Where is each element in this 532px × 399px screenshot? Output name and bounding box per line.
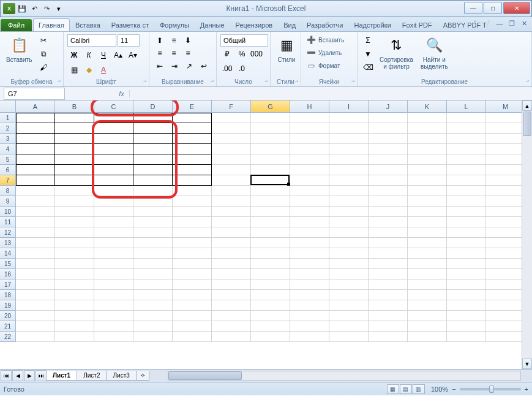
cell-M6[interactable] xyxy=(486,165,525,175)
cell-M10[interactable] xyxy=(486,207,525,217)
col-header-M[interactable]: M xyxy=(486,101,525,113)
cell-J19[interactable] xyxy=(369,300,408,311)
cell-L18[interactable] xyxy=(447,290,486,300)
cell-K10[interactable] xyxy=(408,207,447,217)
cell-B2[interactable] xyxy=(55,123,94,134)
cell-M21[interactable] xyxy=(486,321,525,332)
cell-L10[interactable] xyxy=(447,207,486,217)
cell-E17[interactable] xyxy=(173,279,212,290)
cell-F21[interactable] xyxy=(212,321,251,332)
cell-C6[interactable] xyxy=(94,165,133,175)
qat-more-icon[interactable]: ▾ xyxy=(53,3,64,14)
cell-I5[interactable] xyxy=(329,154,369,165)
tab-addins[interactable]: Надстройки xyxy=(348,18,396,31)
cut-button[interactable]: ✂ xyxy=(37,34,50,47)
cell-G13[interactable] xyxy=(251,238,290,248)
cell-I11[interactable] xyxy=(329,217,369,227)
cell-J8[interactable] xyxy=(369,186,408,196)
cell-C22[interactable] xyxy=(94,332,133,342)
col-header-D[interactable]: D xyxy=(133,101,173,113)
save-icon[interactable]: 💾 xyxy=(17,3,28,14)
cell-D14[interactable] xyxy=(133,248,173,259)
cell-H13[interactable] xyxy=(290,238,329,248)
cell-C18[interactable] xyxy=(94,290,133,300)
fx-button[interactable]: fx xyxy=(114,90,130,97)
col-header-H[interactable]: H xyxy=(290,101,329,113)
col-header-G[interactable]: G xyxy=(251,101,290,113)
cell-L16[interactable] xyxy=(447,269,486,279)
cell-C1[interactable] xyxy=(94,113,133,123)
cell-J16[interactable] xyxy=(369,269,408,279)
cell-K7[interactable] xyxy=(408,175,447,186)
row-header-14[interactable]: 14 xyxy=(0,248,16,259)
cell-A4[interactable] xyxy=(16,144,55,154)
cell-D13[interactable] xyxy=(133,238,173,248)
cell-G18[interactable] xyxy=(251,290,290,300)
cell-F12[interactable] xyxy=(212,227,251,238)
cell-D3[interactable] xyxy=(133,134,173,144)
fill-color-button[interactable]: ◆ xyxy=(82,64,96,76)
border-button[interactable]: ▦ xyxy=(67,64,81,76)
cell-B16[interactable] xyxy=(55,269,94,279)
cell-E19[interactable] xyxy=(173,300,212,311)
cell-E21[interactable] xyxy=(173,321,212,332)
cell-J5[interactable] xyxy=(369,154,408,165)
increase-decimal-button[interactable]: .00 xyxy=(220,63,234,75)
cell-H16[interactable] xyxy=(290,269,329,279)
cell-J9[interactable] xyxy=(369,196,408,207)
increase-indent-button[interactable]: ⇥ xyxy=(168,60,181,72)
cell-H12[interactable] xyxy=(290,227,329,238)
cell-I4[interactable] xyxy=(329,144,369,154)
cell-B9[interactable] xyxy=(55,196,94,207)
cell-D18[interactable] xyxy=(133,290,173,300)
cell-K1[interactable] xyxy=(408,113,447,123)
cell-L20[interactable] xyxy=(447,311,486,321)
cell-L12[interactable] xyxy=(447,227,486,238)
cell-C16[interactable] xyxy=(94,269,133,279)
col-header-J[interactable]: J xyxy=(369,101,408,113)
cell-E10[interactable] xyxy=(173,207,212,217)
cell-L5[interactable] xyxy=(447,154,486,165)
cell-K22[interactable] xyxy=(408,332,447,342)
cell-D21[interactable] xyxy=(133,321,173,332)
row-header-21[interactable]: 21 xyxy=(0,321,16,332)
cell-M15[interactable] xyxy=(486,259,525,269)
tab-home[interactable]: Главная xyxy=(33,18,70,31)
cell-M22[interactable] xyxy=(486,332,525,342)
cell-M1[interactable] xyxy=(486,113,525,123)
cell-H5[interactable] xyxy=(290,154,329,165)
cell-G16[interactable] xyxy=(251,269,290,279)
col-header-A[interactable]: A xyxy=(16,101,55,113)
cell-K21[interactable] xyxy=(408,321,447,332)
align-left-button[interactable]: ≡ xyxy=(153,47,167,59)
align-middle-button[interactable]: ≡ xyxy=(167,34,181,47)
doc-minimize-icon[interactable]: — xyxy=(495,19,504,28)
cell-H8[interactable] xyxy=(290,186,329,196)
cell-L1[interactable] xyxy=(447,113,486,123)
cell-B18[interactable] xyxy=(55,290,94,300)
cell-J6[interactable] xyxy=(369,165,408,175)
row-header-18[interactable]: 18 xyxy=(0,290,16,300)
cell-M8[interactable] xyxy=(486,186,525,196)
sheet-last-button[interactable]: ⏭ xyxy=(36,370,47,381)
cell-G9[interactable] xyxy=(251,196,290,207)
cell-F8[interactable] xyxy=(212,186,251,196)
cell-J11[interactable] xyxy=(369,217,408,227)
cell-I1[interactable] xyxy=(329,113,369,123)
cell-F17[interactable] xyxy=(212,279,251,290)
cell-L17[interactable] xyxy=(447,279,486,290)
cell-A16[interactable] xyxy=(16,269,55,279)
italic-button[interactable]: К xyxy=(82,49,96,61)
cell-A14[interactable] xyxy=(16,248,55,259)
tab-layout[interactable]: Разметка ст xyxy=(106,18,154,31)
col-header-C[interactable]: C xyxy=(94,101,133,113)
cell-A9[interactable] xyxy=(16,196,55,207)
clear-button[interactable]: ⌫ xyxy=(361,61,375,74)
cell-K4[interactable] xyxy=(408,144,447,154)
cell-B12[interactable] xyxy=(55,227,94,238)
sheet-tab-2[interactable]: Лист2 xyxy=(77,371,107,381)
doc-restore-icon[interactable]: ❐ xyxy=(508,19,516,28)
cell-A11[interactable] xyxy=(16,217,55,227)
col-header-B[interactable]: B xyxy=(55,101,94,113)
cell-F13[interactable] xyxy=(212,238,251,248)
